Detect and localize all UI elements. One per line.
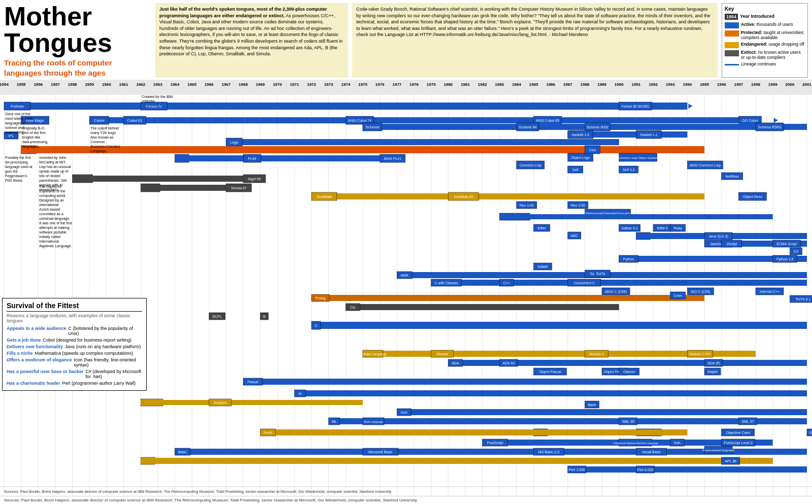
survival-subtitle: Reasons a language endures, with example… — [7, 313, 142, 323]
survival-row: Offers a modicum of eleganceIcon (has fr… — [7, 357, 142, 367]
survival-row: Appeals to a wide audienceC (bolstered b… — [7, 326, 142, 336]
subtitle: Tracing the roots of computer languages … — [4, 58, 151, 78]
key-active-text: Active: thousands of users — [741, 22, 793, 27]
key-protected-row: Protected: taught at universities; compi… — [725, 30, 805, 40]
survival-section: Survival of the Fittest Reasons a langua… — [2, 298, 147, 391]
survival-row: Fills a nicheMathematica (speeds up comp… — [7, 351, 142, 356]
key-endangered-swatch — [725, 42, 739, 48]
title-block: MotherTongues Tracing the roots of compu… — [4, 3, 151, 78]
key-endangered-text: Endangered: usage dropping off — [741, 42, 804, 47]
survival-value: Perl (programmer-author Larry Wall) — [62, 381, 136, 386]
key-extinct-text: Extinct: no known active users or up-to-… — [741, 50, 805, 60]
key-active-row: Active: thousands of users — [725, 22, 805, 28]
survival-value: Cobol (designed for business-report writ… — [43, 338, 132, 343]
key-extinct-row: Extinct: no known active users or up-to-… — [725, 50, 805, 60]
survival-label: Delivers new functionality — [7, 344, 63, 349]
key-year-desc: Year Introduced — [740, 14, 774, 20]
survival-rows: Appeals to a wide audienceC (bolstered b… — [7, 326, 142, 386]
survival-row: Gets a job doneCobol (designed for busin… — [7, 338, 142, 343]
text-block-right: Code-raker Grady Booch, Rational Softwar… — [352, 3, 718, 78]
footer-text: Sources: Paul Boutin; Brent Halpern, ass… — [0, 496, 812, 504]
survival-value: Java (runs on any hardware platform) — [65, 344, 141, 349]
timeline-wrapper: Survival of the Fittest Reasons a langua… — [0, 80, 812, 496]
survival-value: Icon (has friendly, line-oriented syntax… — [74, 357, 142, 367]
key-extinct-swatch — [725, 50, 739, 56]
survival-value: C (bolstered by the popularity of Unix) — [69, 326, 142, 336]
key-protected-text: Protected: taught at universities; compi… — [741, 30, 805, 40]
survival-row: Delivers new functionalityJava (runs on … — [7, 344, 142, 349]
survival-label: Has a charismatic leader — [7, 381, 60, 386]
survival-value: C# (developed by Microsoft for .Net) — [86, 369, 142, 379]
text-block-left: Just like half of the world's spoken ton… — [155, 3, 348, 78]
survival-title: Survival of the Fittest — [7, 301, 142, 312]
key-protected-swatch — [725, 30, 739, 37]
header-section: MotherTongues Tracing the roots of compu… — [0, 0, 812, 80]
survival-label: Appeals to a wide audience — [7, 326, 66, 336]
key-title: Key — [725, 6, 805, 12]
survival-value: Mathematica (speeds up complex computati… — [35, 351, 133, 356]
text-left-body: As powerhouses C/C++, Visual Basic, Cobo… — [159, 13, 343, 57]
key-lineage-row: Lineage continues — [725, 61, 805, 66]
survival-row: Has a charismatic leaderPerl (programmer… — [7, 381, 142, 386]
key-endangered-row: Endangered: usage dropping off — [725, 42, 805, 48]
survival-label: Fills a niche — [7, 351, 33, 356]
key-lineage-text: Lineage continues — [741, 61, 776, 66]
key-block: Key 1954 Year Introduced Active: thousan… — [722, 3, 808, 78]
key-year: 1954 — [725, 14, 738, 20]
key-year-row: 1954 Year Introduced — [725, 14, 805, 20]
survival-row: Has a powerful user base or backerC# (de… — [7, 369, 142, 379]
key-lineage-swatch — [725, 64, 739, 65]
survival-label: Gets a job done — [7, 338, 41, 343]
main-title: MotherTongues — [4, 3, 151, 56]
survival-label: Offers a modicum of elegance — [7, 357, 72, 367]
timeline-canvas — [0, 80, 812, 496]
key-active-swatch — [725, 22, 739, 28]
survival-label: Has a powerful user base or backer — [7, 369, 84, 379]
